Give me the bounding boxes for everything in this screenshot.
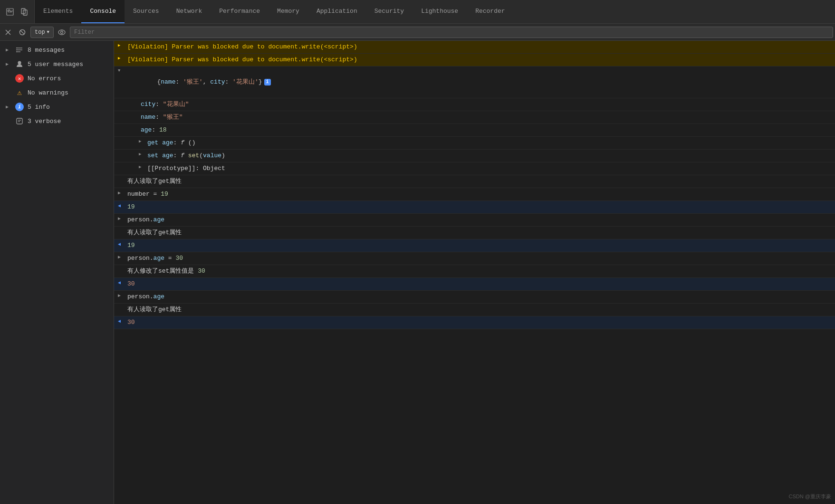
result-arrow-icon: [118, 240, 125, 247]
result-30b: 30: [125, 317, 835, 328]
svg-point-7: [58, 30, 65, 35]
device-toggle-icon[interactable]: [18, 6, 30, 18]
result-19a: 19: [125, 202, 835, 212]
console-line: [Violation] Parser was blocked due to do…: [114, 54, 835, 67]
sidebar-info-label: 5 info: [28, 104, 50, 111]
console-line: 30: [114, 278, 835, 291]
input-number: number = 19: [125, 189, 835, 200]
block-icon[interactable]: [16, 26, 29, 38]
console-line: ▶ set age: f set(value): [114, 150, 835, 162]
sidebar-warnings-label: No warnings: [28, 89, 68, 96]
watermark: CSDN @重庆李豪: [789, 493, 831, 500]
violation-text-2: [Violation] Parser was blocked due to do…: [125, 55, 835, 65]
tab-bar: Elements Console Sources Network Perform…: [0, 0, 835, 24]
console-line: {name: '猴王', city: '花果山'}i: [114, 67, 835, 98]
object-header: {name: '猴王', city: '花果山'}i: [125, 67, 835, 97]
obj-prototype: [[Prototype]]: Object: [145, 163, 835, 174]
console-line: 有人读取了get属性: [114, 227, 835, 239]
console-line: [Violation] Parser was blocked due to do…: [114, 41, 835, 54]
tab-performance[interactable]: Performance: [211, 0, 269, 23]
expand-icon[interactable]: [118, 253, 125, 260]
expand-icon[interactable]: ▶: [139, 138, 145, 144]
expand-icon[interactable]: [118, 42, 125, 48]
console-line: ▶ get age: f (): [114, 137, 835, 150]
violation-text-1: [Violation] Parser was blocked due to do…: [125, 42, 835, 52]
info-badge: i: [264, 79, 271, 86]
tab-application[interactable]: Application: [308, 0, 366, 23]
user-icon: [15, 60, 24, 68]
warning-icon: ⚠: [15, 88, 24, 97]
sidebar-item-errors[interactable]: ✕ No errors: [0, 71, 114, 86]
tab-security[interactable]: Security: [366, 0, 413, 23]
expand-icon[interactable]: ▶: [139, 151, 145, 157]
console-toolbar: top ▼: [0, 24, 835, 41]
input-person-age-assign: person.age = 30: [125, 253, 835, 264]
tab-sources[interactable]: Sources: [125, 0, 168, 23]
tab-lighthouse[interactable]: Lighthouse: [413, 0, 467, 23]
text-get-1: 有人读取了get属性: [125, 176, 835, 187]
sidebar: ▶ 8 messages ▶: [0, 41, 114, 504]
messages-icon: [15, 46, 24, 54]
svg-point-8: [61, 31, 63, 33]
sidebar-verbose-label: 3 verbose: [28, 118, 61, 125]
console-line: 19: [114, 239, 835, 252]
result-30a: 30: [125, 279, 835, 289]
expand-icon[interactable]: [118, 55, 125, 61]
sidebar-item-info[interactable]: ▶ i 5 info: [0, 100, 114, 114]
tab-elements[interactable]: Elements: [35, 0, 81, 23]
svg-point-15: [18, 61, 21, 65]
result-arrow-icon: [118, 202, 125, 209]
expand-icon[interactable]: [118, 292, 125, 298]
verbose-icon: [15, 117, 24, 125]
text-get-3: 有人读取了get属性: [125, 304, 835, 315]
tab-memory[interactable]: Memory: [269, 0, 308, 23]
obj-get-age: get age: f (): [145, 138, 835, 148]
console-line: 30: [114, 316, 835, 329]
context-selector[interactable]: top ▼: [30, 27, 54, 38]
console-line: city: "花果山": [114, 98, 835, 111]
arrow-icon: ▶: [6, 47, 11, 53]
main-area: ▶ 8 messages ▶: [0, 41, 835, 504]
filter-input[interactable]: [70, 27, 833, 38]
obj-name: name: "猴王": [139, 112, 835, 123]
eye-icon[interactable]: [56, 26, 68, 38]
console-output[interactable]: [Violation] Parser was blocked due to do…: [114, 41, 835, 504]
sidebar-item-messages[interactable]: ▶ 8 messages: [0, 43, 114, 57]
context-label: top: [35, 29, 45, 36]
obj-city: city: "花果山": [139, 99, 835, 110]
expand-icon[interactable]: [118, 67, 125, 73]
console-line: number = 19: [114, 188, 835, 201]
console-line: 有人修改了set属性值是 30: [114, 265, 835, 278]
tab-console[interactable]: Console: [81, 0, 125, 23]
svg-point-13: [16, 49, 17, 50]
sidebar-item-verbose[interactable]: 3 verbose: [0, 114, 114, 128]
error-icon: ✕: [15, 74, 24, 83]
svg-line-6: [20, 30, 24, 34]
result-arrow-icon: [118, 317, 125, 324]
arrow-icon: ▶: [6, 104, 11, 110]
svg-point-14: [16, 51, 17, 52]
sidebar-item-user-messages[interactable]: ▶ 5 user messages: [0, 57, 114, 71]
expand-icon[interactable]: [118, 215, 125, 221]
expand-icon[interactable]: ▶: [139, 163, 145, 170]
console-line: age: 18: [114, 124, 835, 137]
tab-recorder[interactable]: Recorder: [467, 0, 513, 23]
console-line: person.age: [114, 291, 835, 304]
inspect-icon[interactable]: [4, 6, 16, 18]
tab-network[interactable]: Network: [168, 0, 211, 23]
text-set-1: 有人修改了set属性值是 30: [125, 266, 835, 276]
devtools-icons: [0, 0, 35, 23]
input-person-age-1: person.age: [125, 215, 835, 225]
dropdown-arrow-icon: ▼: [47, 30, 49, 35]
console-line: name: "猴王": [114, 111, 835, 124]
console-line: person.age = 30: [114, 252, 835, 265]
expand-icon[interactable]: [118, 189, 125, 196]
svg-point-12: [16, 48, 17, 48]
result-arrow-icon: [118, 279, 125, 285]
text-get-2: 有人读取了get属性: [125, 228, 835, 238]
sidebar-errors-label: No errors: [28, 75, 61, 82]
console-line: ▶ [[Prototype]]: Object: [114, 162, 835, 175]
console-line: person.age: [114, 214, 835, 227]
clear-console-icon[interactable]: [2, 26, 14, 38]
sidebar-item-warnings[interactable]: ⚠ No warnings: [0, 86, 114, 100]
